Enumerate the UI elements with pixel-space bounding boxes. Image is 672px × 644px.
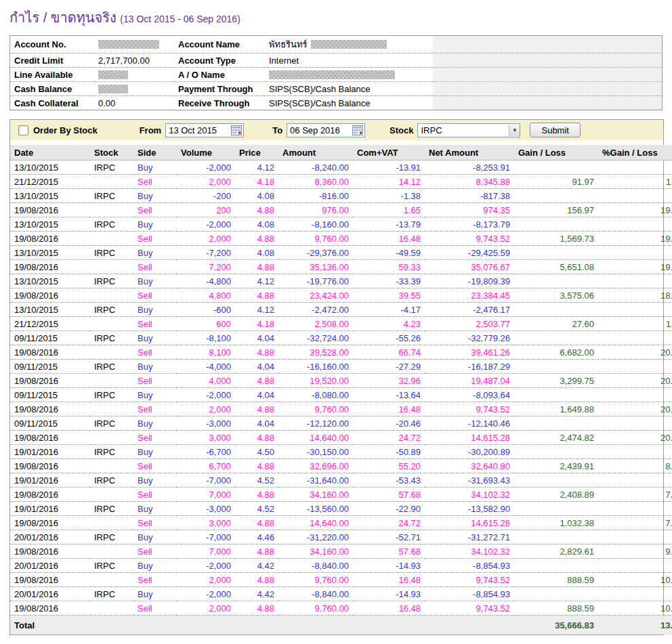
cell-stock — [90, 601, 133, 616]
submit-button[interactable]: Submit — [530, 123, 580, 137]
cell-gain: 3,299.75 — [514, 374, 598, 388]
cell-date: 13/10/2015 — [10, 189, 90, 203]
cell-volume: -3,000 — [177, 416, 235, 431]
cell-net_amount: -2,476.17 — [425, 303, 514, 317]
cell-volume: 4,000 — [177, 374, 235, 388]
calendar-icon[interactable] — [352, 125, 363, 135]
cell-side: Sell — [133, 573, 177, 587]
cell-side: Buy — [133, 303, 177, 317]
cell-com_vat: -52.71 — [353, 530, 425, 544]
cell-price: 4.88 — [235, 288, 278, 303]
cell-volume: -7,000 — [177, 473, 235, 488]
cell-com_vat: -13.79 — [353, 217, 425, 232]
account-name-label: Account Name — [174, 36, 265, 53]
chevron-down-icon[interactable]: ▼ — [509, 125, 520, 136]
trade-row: 19/08/2016Sell4,8004.8823,424.0039.5523,… — [10, 288, 672, 303]
cell-gain: 888.59 — [514, 601, 598, 616]
from-date-field[interactable]: 13 Oct 2015 — [165, 123, 244, 137]
order-by-stock-label[interactable]: Order By Stock — [33, 125, 98, 135]
cell-net_amount: -8,854.93 — [425, 559, 514, 573]
cell-gain — [514, 473, 598, 488]
cell-net_amount: 34,102.32 — [425, 544, 514, 559]
cell-volume: -2,000 — [177, 559, 235, 573]
cell-amount: 9,760.00 — [278, 573, 353, 587]
to-date-field[interactable]: 06 Sep 2016 — [287, 123, 365, 137]
trade-row: 19/08/2016Sell7,0004.8834,160.0057.6834,… — [10, 544, 672, 559]
page-title: กำไร / ขาดทุนจริง (13 Oct 2015 - 06 Sep … — [9, 7, 663, 28]
cell-date: 19/08/2016 — [10, 601, 90, 616]
cell-gain_pct — [598, 274, 672, 288]
cell-gain_pct: 18.05% — [598, 288, 672, 303]
cash-collateral-value: 0.00 — [94, 96, 174, 110]
cell-com_vat: -1.38 — [353, 189, 425, 203]
cell-gain — [514, 160, 598, 175]
cell-price: 4.12 — [235, 160, 278, 175]
trade-row: 21/12/2015Sell2,0004.188,360.0014.128,34… — [10, 175, 672, 189]
cell-gain: 6,682.00 — [514, 345, 598, 360]
cell-stock: IRPC — [90, 160, 133, 175]
cell-net_amount: 23,384.45 — [425, 288, 514, 303]
cell-volume: 200 — [177, 203, 235, 217]
cell-side: Sell — [133, 345, 177, 360]
cell-amount: 35,136.00 — [278, 260, 353, 274]
from-label: From — [140, 125, 162, 135]
to-date-input[interactable]: 06 Sep 2016 — [290, 125, 352, 135]
cell-price: 4.04 — [235, 331, 278, 345]
cell-gain: 2,474.82 — [514, 431, 598, 445]
line-available-value — [94, 68, 174, 82]
cell-side: Buy — [133, 160, 177, 175]
account-row-filler — [433, 53, 663, 68]
account-row-filler — [433, 82, 663, 96]
cell-com_vat: -55.26 — [353, 331, 425, 345]
cell-gain: 2,439.91 — [514, 459, 598, 473]
trade-row: 09/11/2015IRPCBuy-8,1004.04-32,724.00-55… — [10, 331, 672, 345]
cell-net_amount: 34,102.32 — [425, 488, 514, 502]
cell-net_amount: -31,693.43 — [425, 473, 514, 488]
order-by-stock-checkbox[interactable] — [18, 125, 28, 135]
cell-stock — [90, 374, 133, 388]
cell-volume: 4,800 — [177, 288, 235, 303]
account-no-label: Account No. — [10, 36, 95, 53]
cell-net_amount: -8,854.93 — [425, 587, 514, 601]
cell-side: Sell — [133, 544, 177, 559]
payment-through-label: Payment Through — [174, 82, 265, 96]
cell-com_vat: 32.96 — [353, 374, 425, 388]
cell-gain_pct: 19.20% — [598, 232, 672, 246]
stock-select[interactable]: IRPC ▼ — [417, 123, 520, 137]
cell-amount: -13,560.00 — [278, 502, 353, 516]
cell-date: 09/11/2015 — [10, 360, 90, 374]
from-date-input[interactable]: 13 Oct 2015 — [169, 125, 231, 135]
cell-gain: 3,575.06 — [514, 288, 598, 303]
trades-header-row: DateStockSideVolumePriceAmountCom+VATNet… — [10, 145, 672, 160]
cell-side: Buy — [133, 360, 177, 374]
account-row-filler — [433, 36, 663, 53]
cell-amount: -8,840.00 — [278, 559, 353, 573]
cell-price: 4.04 — [235, 360, 278, 374]
cell-amount: -2,472.00 — [278, 303, 353, 317]
cell-price: 4.52 — [235, 502, 278, 516]
cell-gain — [514, 445, 598, 459]
cell-date: 19/08/2016 — [10, 260, 90, 274]
trade-row: 19/08/2016Sell2004.88976.001.65974.35156… — [10, 203, 672, 217]
cell-date: 13/10/2015 — [10, 160, 90, 175]
redacted-value — [269, 70, 395, 79]
cell-net_amount: 14,615.28 — [425, 431, 514, 445]
cell-gain_pct — [598, 246, 672, 260]
cell-net_amount: 8,345.88 — [425, 175, 514, 189]
cell-amount: -816.00 — [278, 189, 353, 203]
cell-com_vat: -13.91 — [353, 160, 425, 175]
cell-gain_pct — [598, 160, 672, 175]
cell-volume: -2,000 — [177, 388, 235, 402]
cell-side: Sell — [133, 459, 177, 473]
cell-date: 20/01/2016 — [10, 559, 90, 573]
cell-com_vat: -50.89 — [353, 445, 425, 459]
cash-collateral-label: Cash Collateral — [10, 96, 95, 110]
cash-balance-value — [94, 82, 174, 96]
cell-gain_pct: 7.60% — [598, 516, 672, 530]
trade-row: 13/10/2015IRPCBuy-2,0004.08-8,160.00-13.… — [10, 217, 672, 232]
cell-gain_pct: 8.08% — [598, 459, 672, 473]
calendar-icon[interactable] — [231, 125, 242, 135]
cell-volume: -2,000 — [177, 587, 235, 601]
cell-gain: 2,408.89 — [514, 488, 598, 502]
cell-side: Buy — [133, 445, 177, 459]
